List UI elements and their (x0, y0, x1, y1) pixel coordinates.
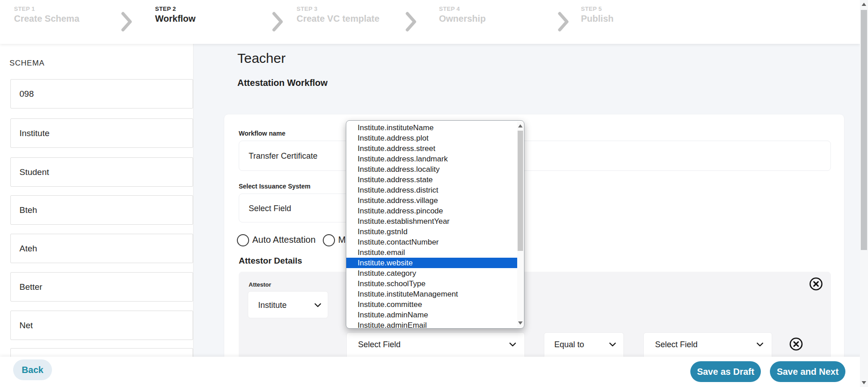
dropdown-scrollbar[interactable] (517, 122, 524, 327)
stepper-header: STEP 1 Create Schema STEP 2 Workflow STE… (0, 0, 860, 44)
sidebar-title: SCHEMA (9, 59, 45, 68)
attestor-select[interactable]: Institute (248, 291, 328, 318)
dropdown-option[interactable]: Institute.email (346, 247, 518, 258)
dropdown-option[interactable]: Institute.establishmentYear (346, 216, 518, 227)
remove-condition-icon[interactable] (789, 337, 803, 351)
manual-attestation-radio[interactable] (323, 234, 335, 246)
workflow-name-label: Workflow name (239, 130, 285, 137)
scroll-down-icon[interactable] (518, 321, 523, 325)
dropdown-scrollbar-thumb[interactable] (518, 131, 523, 251)
step-title: Publish (581, 14, 613, 24)
step-title: Workflow (155, 14, 196, 24)
schema-list-item[interactable]: 098 (10, 79, 193, 109)
attestor-details-panel: Attestor Institute Select Field Equal to… (239, 272, 831, 368)
dropdown-option[interactable]: Institute.address.village (346, 195, 518, 206)
condition-operator-value: Equal to (554, 333, 584, 356)
chevron-down-icon (509, 342, 516, 347)
attestor-value: Institute (258, 292, 287, 319)
dropdown-option[interactable]: Institute.address.landmark (346, 154, 518, 164)
save-as-draft-button[interactable]: Save as Draft (690, 361, 761, 382)
dropdown-option[interactable]: Institute.adminEmail (346, 320, 518, 329)
dropdown-option[interactable]: Institute.gstnId (346, 227, 518, 237)
page-scrollbar-thumb[interactable] (861, 10, 867, 250)
issuance-system-value: Select Field (249, 194, 291, 223)
schema-list-item[interactable]: Student (10, 157, 193, 187)
dropdown-option[interactable]: Institute.address.locality (346, 164, 518, 175)
footer-bar: Back Save as Draft Save and Next (0, 357, 868, 387)
page-title: Teacher (237, 51, 286, 66)
workflow-name-value: Transfer Certificate (249, 141, 317, 171)
step-create-schema[interactable]: STEP 1 Create Schema (14, 5, 80, 24)
dropdown-option[interactable]: Institute.address.pincode (346, 206, 518, 216)
workflow-form-card: Workflow name Transfer Certificate Selec… (224, 114, 844, 367)
schema-list-item[interactable]: Ateh (10, 234, 193, 263)
schema-list-item[interactable]: Bteh (10, 195, 193, 225)
dropdown-option[interactable]: Institute.category (346, 268, 518, 278)
chevron-right-icon (558, 12, 569, 32)
auto-attestation-radio[interactable] (237, 234, 249, 246)
step-title: Create VC template (297, 14, 379, 24)
step-title: Create Schema (14, 14, 80, 24)
workflow-name-input[interactable]: Transfer Certificate (239, 141, 831, 171)
dropdown-option[interactable]: Institute.instituteName (346, 123, 518, 133)
chevron-right-icon (406, 12, 416, 32)
attestor-details-heading: Attestor Details (239, 256, 302, 266)
schema-list-item[interactable]: Net (10, 311, 193, 340)
chevron-right-icon (121, 12, 132, 32)
step-workflow[interactable]: STEP 2 Workflow (155, 5, 196, 24)
dropdown-option[interactable]: Institute.contactNumber (346, 237, 518, 247)
scroll-up-icon[interactable] (518, 124, 523, 127)
field-options-dropdown: Institute.instituteName Institute.addres… (346, 120, 524, 329)
attestor-label: Attestor (249, 281, 271, 288)
step-number: STEP 1 (14, 5, 80, 12)
dropdown-option[interactable]: Institute.address.state (346, 175, 518, 185)
dropdown-option[interactable]: Institute.adminName (346, 310, 518, 320)
dropdown-option[interactable]: Institute.schoolType (346, 278, 518, 289)
chevron-down-icon (756, 342, 764, 347)
scroll-up-icon[interactable] (862, 3, 866, 6)
step-title: Ownership (439, 14, 486, 24)
dropdown-option[interactable]: Institute.instituteManagement (346, 289, 518, 299)
step-create-vc-template[interactable]: STEP 3 Create VC template (297, 5, 379, 24)
save-and-next-button[interactable]: Save and Next (770, 361, 845, 382)
chevron-down-icon (609, 342, 616, 347)
back-button[interactable]: Back (13, 359, 52, 380)
schema-list-item[interactable]: Better (10, 272, 193, 302)
auto-attestation-label: Auto Attestation (252, 235, 316, 245)
step-number: STEP 4 (439, 5, 486, 12)
step-number: STEP 3 (297, 5, 379, 12)
step-ownership[interactable]: STEP 4 Ownership (439, 5, 486, 24)
schema-list-item[interactable]: Institute (10, 118, 193, 148)
scroll-down-icon[interactable] (862, 381, 866, 384)
dropdown-option[interactable]: Institute.address.plot (346, 133, 518, 143)
schema-sidebar: SCHEMA 098 Institute Student Bteh Ateh B… (0, 44, 193, 387)
page-scrollbar[interactable] (860, 0, 868, 387)
dropdown-option[interactable]: Institute.address.street (346, 143, 518, 154)
dropdown-option[interactable]: Institute.website (346, 258, 518, 268)
dropdown-option[interactable]: Institute.committee (346, 299, 518, 310)
chevron-down-icon (314, 303, 321, 307)
condition-field1-value: Select Field (358, 333, 401, 356)
step-number: STEP 2 (155, 5, 196, 12)
chevron-right-icon (272, 12, 283, 32)
page-subtitle: Attestation Workflow (237, 78, 328, 88)
dropdown-option[interactable]: Institute.address.district (346, 185, 518, 195)
issuance-system-label: Select Issuance System (239, 183, 311, 190)
remove-attestor-icon[interactable] (809, 277, 823, 291)
step-publish[interactable]: STEP 5 Publish (581, 5, 613, 24)
step-number: STEP 5 (581, 5, 613, 12)
condition-field2-value: Select Field (655, 333, 698, 356)
dropdown-option-list: Institute.instituteName Institute.addres… (346, 123, 518, 329)
